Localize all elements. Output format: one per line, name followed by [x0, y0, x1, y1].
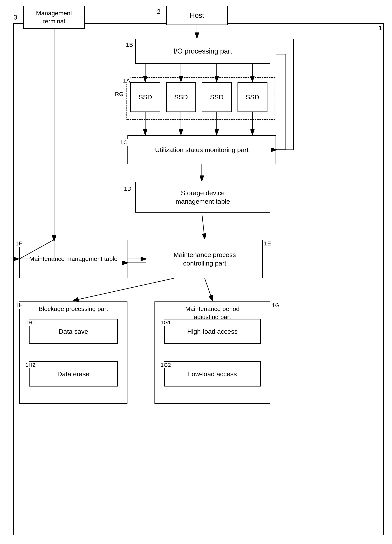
label-1g1: 1G1	[160, 319, 171, 326]
label-1g2: 1G2	[160, 362, 171, 368]
label-1c: 1C	[120, 139, 128, 146]
maintenance-management-box: Maintenance management table	[19, 240, 127, 278]
low-load-box: Low-load access	[164, 361, 261, 386]
ssd3-box: SSD	[202, 82, 232, 112]
host-box: Host	[166, 6, 228, 25]
ssd2-box: SSD	[166, 82, 196, 112]
label-2: 2	[156, 8, 161, 15]
label-1g: 1G	[271, 302, 280, 309]
io-processing-box: I/O processing part	[135, 39, 270, 64]
label-1h1: 1H1	[25, 319, 36, 326]
label-1d: 1D	[124, 185, 132, 192]
label-1h2: 1H2	[25, 362, 36, 368]
ssd4-box: SSD	[237, 82, 267, 112]
maintenance-period-box: Maintenance period adjusting part	[155, 302, 270, 404]
data-erase-box: Data erase	[29, 361, 118, 386]
label-1a: 1A	[123, 77, 131, 84]
ssd1-box: SSD	[130, 82, 160, 112]
management-terminal-box: Management terminal	[23, 6, 85, 29]
high-load-box: High-load access	[164, 319, 261, 344]
label-1h: 1H	[15, 302, 23, 309]
label-rg: RG	[115, 91, 124, 97]
label-1e: 1E	[264, 240, 271, 247]
label-1f: 1F	[15, 240, 23, 247]
label-3: 3	[13, 13, 17, 21]
label-1: 1	[378, 24, 383, 32]
blockage-processing-box: Blockage processing part	[19, 302, 127, 404]
data-save-box: Data save	[29, 319, 118, 344]
label-1b: 1B	[126, 41, 133, 48]
maintenance-controlling-box: Maintenance process controlling part	[147, 240, 263, 278]
utilization-monitoring-box: Utilization status monitoring part	[127, 135, 276, 164]
storage-management-box: Storage device management table	[135, 182, 270, 213]
